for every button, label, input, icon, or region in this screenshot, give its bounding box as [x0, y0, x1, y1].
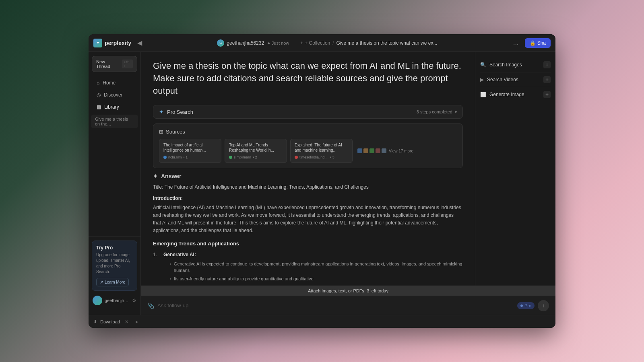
pro-search-bar[interactable]: ✦ Pro Search 3 steps completed ▾	[153, 105, 463, 119]
src-icon-3	[369, 148, 374, 153]
answer-header: ✦ Answer	[153, 173, 463, 179]
search-videos-item[interactable]: ▶ Search Videos +	[480, 72, 551, 87]
sources-grid: The impact of artificial intelligence on…	[159, 139, 457, 163]
generate-image-label: Generate Image	[489, 92, 524, 97]
generative-ai-label: Generative AI:	[163, 251, 463, 259]
sidebar: New Thread Ctrl I ⌂ Home ◎ Discover ▤ Li…	[89, 52, 141, 315]
new-thread-label: New Thread	[96, 59, 120, 69]
library-thread-label: Give me a thesis on the...	[95, 117, 128, 126]
search-images-item[interactable]: 🔍 Search Images +	[480, 58, 551, 72]
pro-search-label: Pro Search	[167, 109, 193, 115]
follow-up-input[interactable]	[157, 302, 514, 309]
sub-item-1: • Generative AI is expected to continue …	[170, 261, 463, 274]
answer-intro-text: Artificial Intelligence (AI) and Machine…	[153, 204, 463, 235]
plus-icon: +	[300, 40, 303, 46]
attach-icon[interactable]: 📎	[147, 302, 154, 309]
sidebar-user-row: geethanjha5... ⚙	[92, 294, 137, 307]
titlebar-actions: ... 🔒 Sha	[510, 37, 551, 49]
source-card-1[interactable]: The impact of artificial intelligence on…	[159, 139, 221, 163]
app-window: ✦ perplexity ◀ G geethanjha56232 ● Just …	[89, 34, 555, 328]
answer-content: Title: The Future of Artificial Intellig…	[153, 183, 463, 286]
learn-more-label: Learn More	[105, 280, 125, 284]
src-icon-1	[357, 148, 362, 153]
try-pro-description: Upgrade for image upload, smarter AI, an…	[96, 252, 133, 275]
app-name: perplexity	[105, 40, 131, 46]
source-title-2: Top AI and ML Trends Reshaping the World…	[229, 142, 283, 153]
answer-section-title: Emerging Trends and Applications	[153, 240, 463, 248]
share-button[interactable]: 🔒 Sha	[525, 38, 551, 48]
send-icon: ↑	[542, 303, 545, 309]
download-icon: ⬇	[93, 319, 97, 324]
library-icon: ▤	[97, 104, 101, 110]
user-settings-icon[interactable]: ⚙	[132, 298, 136, 303]
collapse-sidebar-button[interactable]: ◀	[135, 39, 144, 47]
library-thread-item[interactable]: Give me a thesis on the...	[91, 115, 138, 128]
generate-image-icon: ⬜	[480, 92, 486, 97]
source-dot-1	[163, 156, 167, 159]
source-domain-1: ncbi.nlm	[168, 155, 182, 159]
breadcrumb-collection[interactable]: + + Collection	[300, 40, 330, 46]
answer-title: Title: The Future of Artificial Intellig…	[153, 183, 463, 191]
sub-item-1-text: Generative AI is expected to continue it…	[174, 261, 463, 274]
new-thread-button[interactable]: New Thread Ctrl I	[92, 56, 137, 72]
source-card-2[interactable]: Top AI and ML Trends Reshaping the World…	[225, 139, 287, 163]
list-number-1: 1.	[153, 251, 160, 259]
source-meta-2: simplilearn • 2	[229, 155, 283, 159]
logo-icon: ✦	[93, 39, 102, 47]
search-videos-icon: ▶	[480, 77, 484, 82]
steps-text: 3 steps completed	[417, 109, 452, 114]
breadcrumb: + + Collection / Give me a thesis on the…	[300, 40, 437, 46]
share-label: Sha	[537, 40, 546, 46]
shortcut-hint: Ctrl I	[122, 60, 133, 68]
src-icon-2	[363, 148, 368, 153]
discover-icon: ◎	[97, 92, 101, 98]
search-videos-left: ▶ Search Videos	[480, 77, 518, 82]
discover-label: Discover	[104, 92, 123, 98]
send-button[interactable]: ↑	[538, 300, 549, 311]
answer-section: ✦ Answer Title: The Future of Artificial…	[153, 173, 463, 286]
search-videos-plus[interactable]: +	[543, 76, 551, 83]
app-logo: ✦ perplexity	[93, 39, 131, 47]
main-content: Give me a thesis on the topic what can w…	[141, 52, 475, 286]
bullet-1: •	[170, 261, 171, 267]
tooltip-bar: Attach images, text, or PDFs. 3 left tod…	[141, 286, 555, 296]
sidebar-item-home[interactable]: ⌂ Home	[91, 77, 138, 88]
breadcrumb-current: Give me a thesis on the topic what can w…	[336, 40, 438, 46]
generate-image-plus[interactable]: +	[543, 91, 551, 98]
source-meta-1: ncbi.nlm • 1	[163, 155, 217, 159]
view-more-sources[interactable]: View 17 more	[356, 139, 415, 163]
right-sidebar: 🔍 Search Images + ▶ Search Videos +	[475, 52, 555, 286]
sidebar-item-library[interactable]: ▤ Library	[91, 101, 138, 113]
sources-icon: ⊞	[159, 129, 163, 135]
src-icon-4	[376, 148, 380, 153]
titlebar: ✦ perplexity ◀ G geethanjha56232 ● Just …	[89, 34, 555, 52]
download-bar: ⬇ Download ✕ ●	[89, 315, 555, 328]
home-label: Home	[103, 80, 116, 86]
home-icon: ⌂	[97, 80, 99, 86]
source-num-3: • 3	[330, 155, 334, 159]
titlebar-user: G geethanjha56232	[217, 39, 264, 47]
content-wrapper: Give me a thesis on the topic what can w…	[141, 52, 555, 315]
list-sub-items: • Generative AI is expected to continue …	[163, 261, 463, 282]
sources-header: ⊞ Sources	[159, 129, 457, 135]
source-card-3[interactable]: Explained: The future of AI and machine …	[290, 139, 353, 163]
list-item-1: 1. Generative AI: • Generative AI is exp…	[153, 251, 463, 284]
search-images-plus[interactable]: +	[543, 61, 551, 68]
sidebar-item-discover[interactable]: ◎ Discover	[91, 89, 138, 101]
titlebar-center: G geethanjha56232 ● Just now + + Collect…	[144, 39, 510, 47]
learn-more-button[interactable]: ↗ Learn More	[96, 278, 129, 286]
more-options-button[interactable]: ...	[510, 37, 522, 49]
generate-image-item[interactable]: ⬜ Generate Image +	[480, 87, 551, 102]
user-avatar	[93, 296, 102, 305]
breadcrumb-separator: /	[332, 40, 334, 46]
share-icon: 🔒	[530, 40, 536, 46]
titlebar-time: ● Just now	[267, 41, 289, 45]
answer-icon: ✦	[153, 173, 158, 179]
download-close-button[interactable]: ✕	[125, 319, 129, 325]
pro-search-left: ✦ Pro Search	[159, 109, 193, 115]
sources-label: Sources	[166, 129, 185, 135]
time-dot: ●	[267, 41, 270, 45]
source-icons	[357, 148, 386, 153]
source-dot-2	[229, 156, 232, 159]
try-pro-title: Try Pro	[96, 245, 133, 251]
